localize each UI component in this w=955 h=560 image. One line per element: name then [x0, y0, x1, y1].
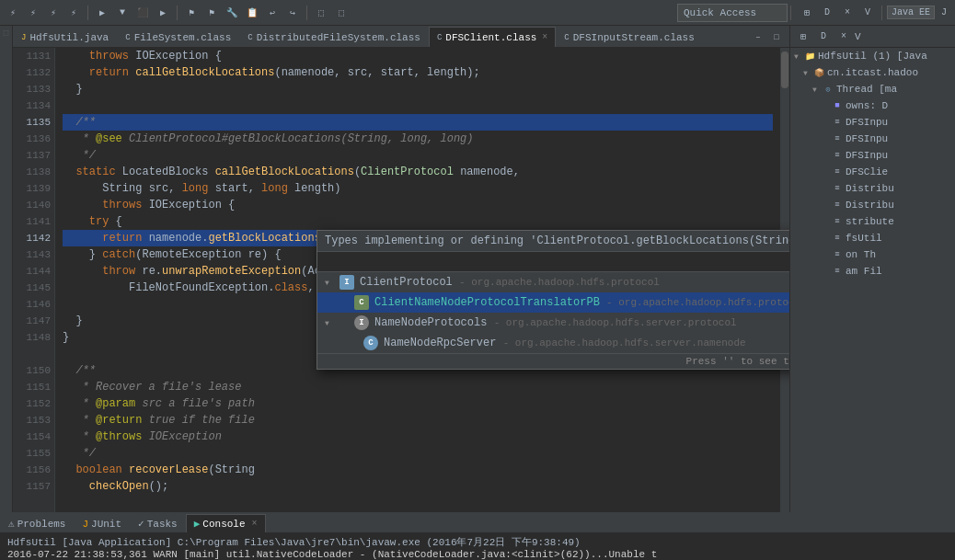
editor-scrollbar-thumb[interactable]: [781, 51, 788, 88]
code-line-1139: String src, long start, long length): [63, 180, 773, 197]
toolbar-icon-1[interactable]: ⚡: [4, 4, 22, 22]
editor-max-btn[interactable]: □: [767, 29, 786, 47]
tree-item-distribu1[interactable]: ≡ Distribu: [790, 180, 955, 197]
toolbar-icon-16[interactable]: ⬚: [332, 4, 351, 22]
perspective-java-ee[interactable]: Java EE: [887, 6, 935, 19]
line-num-1143: 1143: [17, 246, 51, 263]
tree-item-dfsclie[interactable]: ≡ DFSClie: [790, 164, 955, 180]
toolbar-icon-4[interactable]: ⚡: [64, 4, 83, 22]
quick-access-box[interactable]: Quick Access: [677, 4, 788, 22]
tab-tasks[interactable]: ✓ Tasks: [130, 514, 186, 532]
toolbar-icon-6[interactable]: ▼: [113, 4, 132, 22]
right-toolbar-icon-1[interactable]: ⊞: [794, 28, 812, 46]
toolbar-icon-2[interactable]: ⚡: [24, 4, 42, 22]
tree-item-hdfsutil[interactable]: ▼ 📁 HdfsUtil (1) [Java: [790, 48, 955, 64]
tab-close-dfsclient[interactable]: ×: [542, 32, 547, 42]
toolbar-icon-11[interactable]: 🔧: [223, 4, 241, 22]
tree-label-amfil: am Fil: [846, 266, 882, 277]
ac-item-namenodeprotocols[interactable]: ▼ I NameNodeProtocols - org.apache.hadoo…: [317, 313, 789, 333]
tab-junit[interactable]: J JUnit: [74, 514, 130, 532]
autocomplete-search-input[interactable]: [323, 255, 789, 268]
tree-item-amfil[interactable]: ≡ am Fil: [790, 263, 955, 280]
perspective-icon-4[interactable]: V: [858, 4, 877, 22]
tree-arrow-distribu1: [822, 185, 831, 193]
tree-label-dfsinpu3: DFSInpu: [846, 150, 888, 161]
code-line-1154: * @throws IOException: [63, 429, 773, 445]
perspective-java[interactable]: J: [937, 6, 951, 19]
right-toolbar-icon-3[interactable]: ×: [834, 28, 853, 46]
tree-item-owns[interactable]: ■ owns: D: [790, 97, 955, 114]
console-content: HdfsUtil [Java Application] C:\Program F…: [0, 533, 955, 560]
toolbar-sep-2: [177, 6, 178, 20]
tree-item-distribu2[interactable]: ≡ Distribu: [790, 197, 955, 213]
tree-item-onth[interactable]: ≡ on Th: [790, 246, 955, 263]
tab-filesystem[interactable]: C FileSystem.class: [117, 27, 239, 47]
toolbar-icon-7[interactable]: ⬛: [133, 4, 152, 22]
ac-label-namenoderpcsrv: NameNodeRpcServer - org.apache.hadoop.hd…: [384, 337, 746, 349]
perspective-icon-3[interactable]: ×: [838, 4, 857, 22]
toolbar-icon-5[interactable]: ▶: [93, 4, 111, 22]
tree-label-hdfsutil: HdfsUtil (1) [Java: [818, 51, 927, 62]
code-line-1131: throws IOException {: [63, 48, 773, 64]
tree-item-dfsinpu2[interactable]: ≡ DFSInpu: [790, 131, 955, 147]
toolbar-icon-9[interactable]: ⚑: [182, 4, 201, 22]
tree-label-onth: on Th: [846, 249, 876, 260]
code-line-1140: throws IOException {: [63, 197, 773, 213]
tab-problems[interactable]: ⚠ Problems: [0, 514, 74, 532]
tree-item-dfsinpu1[interactable]: ≡ DFSInpu: [790, 114, 955, 131]
tab-console[interactable]: ▶ Console ×: [186, 514, 266, 532]
tab-label-dfs: DistributedFileSystem.class: [257, 32, 420, 43]
toolbar-icon-10[interactable]: ⚑: [202, 4, 221, 22]
tree-item-dfsinpu3[interactable]: ≡ DFSInpu: [790, 147, 955, 164]
toolbar-icon-3[interactable]: ⚡: [44, 4, 63, 22]
code-line-1135: /**: [63, 114, 773, 131]
perspective-icon-1[interactable]: ⊞: [798, 4, 816, 22]
tree-arrow-dfsinpu2: [822, 135, 831, 143]
tree-icon-dfsclie: ≡: [831, 166, 844, 178]
tab-dfsclient[interactable]: C DFSClient.class ×: [429, 27, 556, 47]
tab-label-dfsinputstream: DFSInputStream.class: [573, 32, 695, 43]
tab-close-console[interactable]: ×: [252, 519, 258, 529]
line-num-1156: 1156: [17, 462, 51, 478]
autocomplete-search[interactable]: [317, 252, 789, 272]
toolbar-icon-15[interactable]: ⬚: [312, 4, 330, 22]
tab-dfsinputstream[interactable]: C DFSInputStream.class: [556, 27, 702, 47]
tree-label-fsutil: fsUtil: [846, 233, 882, 244]
toolbar-icon-13[interactable]: ↩: [263, 4, 282, 22]
bottom-panel: ⚠ Problems J JUnit ✓ Tasks ▶ Console × H…: [0, 512, 955, 560]
ac-arrow-1: ▼: [325, 279, 334, 287]
tree-icon-thread: ⊙: [822, 83, 834, 96]
ac-item-namenoderpcsrv[interactable]: C NameNodeRpcServer - org.apache.hadoop.…: [317, 333, 789, 353]
tree-item-fsutil[interactable]: ≡ fsUtil: [790, 230, 955, 246]
tree-arrow-dfsclie: [822, 168, 831, 177]
toolbar-icon-14[interactable]: ↪: [283, 4, 302, 22]
line-num-1139: 1139: [17, 180, 51, 197]
editor-with-popup: 1131 1132 1133 1134 1135 1136 1137 1138 …: [13, 48, 789, 512]
toolbar-sep-3: [306, 6, 307, 20]
ac-arrow-3: ▼: [325, 319, 334, 327]
line-num-1146: 1146: [17, 296, 51, 313]
code-line-1141: try {: [63, 213, 773, 230]
toolbar-icon-12[interactable]: 📋: [243, 4, 261, 22]
autocomplete-header: Types implementing or defining 'ClientPr…: [317, 231, 789, 252]
tab-distributedfilesystem[interactable]: C DistributedFileSystem.class: [239, 27, 429, 47]
perspective-icon-2[interactable]: D: [818, 4, 836, 22]
ac-item-clientprotocol[interactable]: ▼ I ClientProtocol - org.apache.hadoop.h…: [317, 272, 789, 292]
tab-icon-tasks: ✓: [138, 518, 144, 530]
autocomplete-footer: Press '' to see the supertype hierarchy: [317, 353, 789, 369]
tab-hdfsutil[interactable]: J HdfsUtil.java: [13, 27, 117, 47]
ac-icon-namenoderpcsrv: C: [363, 336, 378, 350]
line-num-1133: 1133: [17, 81, 51, 97]
tree-item-distribu3[interactable]: ≡ stribute: [790, 213, 955, 230]
tree-item-package[interactable]: ▼ 📦 cn.itcast.hadoo: [790, 64, 955, 81]
tab-icon-junit: J: [82, 519, 88, 530]
code-line-1153: * @return true if the file: [63, 412, 773, 429]
right-toolbar-icon-2[interactable]: D: [814, 28, 833, 46]
autocomplete-title: Types implementing or defining 'ClientPr…: [325, 234, 789, 247]
tree-item-thread[interactable]: ▼ ⊙ Thread [ma: [790, 81, 955, 97]
tree-arrow-thread: ▼: [812, 86, 822, 94]
toolbar-icon-8[interactable]: ▶: [154, 4, 172, 22]
sidebar-icon-1[interactable]: ⬚: [4, 28, 8, 38]
ac-item-translator[interactable]: C ClientNameNodeProtocolTranslatorPB - o…: [317, 292, 789, 313]
editor-min-btn[interactable]: –: [749, 29, 767, 47]
